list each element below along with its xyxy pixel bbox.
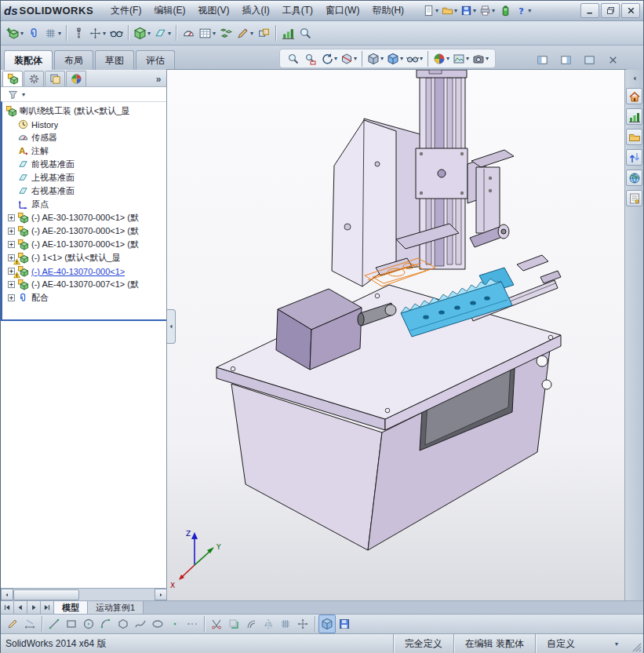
dropdown-arrow-icon[interactable]: ▾ (420, 55, 423, 62)
study-tab-1[interactable]: 运动算例1 (88, 601, 144, 614)
bill-of-materials-button[interactable]: ▾ (197, 24, 217, 42)
expand-icon[interactable]: + (8, 228, 15, 235)
custom-toolbar-select[interactable]: 自定义 ▾ (535, 634, 629, 653)
dropdown-arrow-icon[interactable]: ▾ (486, 55, 489, 62)
tree-item-12[interactable]: +(-) AE-40-13070-000<1> (3, 264, 166, 278)
solidworks-resources-button[interactable] (497, 2, 514, 20)
next-tab-button[interactable] (27, 601, 41, 614)
tree-horizontal-scrollbar[interactable] (1, 588, 167, 600)
dropdown-arrow-icon[interactable]: ▾ (446, 55, 449, 62)
exploded-view-button[interactable] (217, 24, 235, 42)
tree-item-13[interactable]: +(-) AE-40-13070-007<1> (默 (3, 278, 166, 291)
tree-item-7[interactable]: 原点 (3, 198, 166, 211)
reference-geometry-button[interactable]: ▾ (152, 24, 173, 42)
tree-item-11[interactable]: +(-) 1<1> (默认<默认_显 (3, 251, 166, 264)
design-library-tab[interactable] (626, 108, 642, 125)
dropdown-arrow-icon[interactable]: ▾ (435, 7, 438, 14)
spline-button[interactable] (132, 615, 149, 633)
mirror-entities-button[interactable] (260, 615, 277, 633)
smart-fasteners-button[interactable] (70, 24, 87, 42)
tree-item-1[interactable]: History (3, 118, 166, 131)
polygon-button[interactable] (115, 615, 132, 633)
appearances-scenes-tab[interactable] (626, 170, 642, 186)
tree-item-14[interactable]: +配合 (3, 291, 166, 305)
command-tab-0[interactable]: 装配体 (4, 50, 53, 70)
edit-appearance-button[interactable]: ▾ (431, 49, 451, 68)
tree-item-4[interactable]: 前视基准面 (3, 158, 166, 171)
expand-icon[interactable]: + (8, 241, 15, 248)
point-button[interactable] (166, 615, 184, 633)
insert-component-button[interactable]: ▾ (5, 24, 25, 42)
display-manager-tab[interactable] (66, 71, 86, 86)
new-motion-study-button[interactable] (180, 24, 197, 42)
dropdown-arrow-icon[interactable]: ▾ (528, 7, 531, 14)
tree-item-9[interactable]: +(-) AE-20-13070-000<1> (默 (3, 224, 166, 238)
task-pane-expand-button[interactable] (628, 73, 641, 84)
dropdown-arrow-icon[interactable]: ▾ (250, 30, 253, 37)
scroll-right-button[interactable] (155, 589, 167, 600)
restore-button[interactable] (601, 3, 620, 18)
sketch-button[interactable] (4, 615, 21, 633)
print-document-button[interactable]: ▾ (478, 2, 497, 20)
tree-item-2[interactable]: 传感器 (3, 131, 166, 144)
custom-properties-tab[interactable] (626, 190, 642, 206)
menu-item-3[interactable]: 插入(I) (235, 2, 275, 20)
centerline-button[interactable] (184, 615, 201, 633)
panel-collapse-handle[interactable] (167, 309, 176, 344)
study-tab-0[interactable]: 模型 (54, 601, 88, 614)
panel-expand-chevron[interactable]: » (152, 72, 165, 86)
resize-grip[interactable] (629, 634, 643, 653)
show-display-pane-button[interactable] (557, 50, 574, 69)
expand-icon[interactable]: + (8, 214, 15, 221)
dropdown-arrow-icon[interactable]: ▾ (466, 55, 469, 62)
dropdown-arrow-icon[interactable]: ▾ (354, 55, 357, 62)
view-settings-button[interactable]: ▾ (471, 49, 490, 68)
configuration-manager-tab[interactable] (45, 71, 65, 86)
assembly-features-button[interactable]: ▾ (132, 24, 152, 42)
move-entities-button[interactable] (294, 615, 311, 633)
move-component-button[interactable]: ▾ (87, 24, 107, 42)
display-style-button[interactable]: ▾ (385, 49, 405, 68)
instant-3d-button[interactable] (318, 615, 336, 633)
command-tab-2[interactable]: 草图 (95, 50, 134, 70)
filter-button[interactable] (4, 85, 21, 104)
menu-item-4[interactable]: 工具(T) (276, 2, 319, 20)
zoom-to-area-button[interactable] (302, 49, 319, 68)
dropdown-arrow-icon[interactable]: ▾ (492, 7, 495, 14)
view-palette-tab[interactable] (626, 149, 642, 166)
previous-view-button[interactable]: ▾ (319, 49, 339, 68)
tree-item-10[interactable]: +(-) AE-10-13070-000<1> (默 (3, 238, 166, 251)
performance-evaluation-button[interactable] (297, 24, 314, 42)
graphics-viewport[interactable]: Z Y X (167, 70, 626, 600)
dropdown-arrow-icon[interactable]: ▾ (473, 7, 476, 14)
dropdown-arrow-icon[interactable]: ▾ (58, 30, 61, 37)
expand-icon[interactable]: + (8, 281, 15, 288)
menu-item-5[interactable]: 窗口(W) (319, 2, 366, 20)
tree-item-8[interactable]: +(-) AE-30-13070-000<1> (默 (3, 211, 166, 224)
tree-item-3[interactable]: A注解 (3, 144, 166, 158)
last-tab-button[interactable] (41, 601, 54, 614)
explode-line-sketch-button[interactable]: ▾ (235, 24, 255, 42)
dropdown-arrow-icon[interactable]: ▾ (20, 30, 24, 37)
linear-sketch-pattern-button[interactable] (277, 615, 294, 633)
tree-item-5[interactable]: 上视基准面 (3, 171, 166, 184)
previous-tab-button[interactable] (14, 601, 27, 614)
property-manager-tab[interactable] (24, 71, 44, 86)
new-document-button[interactable]: ▾ (421, 2, 440, 20)
convert-entities-button[interactable] (225, 615, 242, 633)
feature-manager-tab[interactable] (2, 71, 23, 86)
command-tab-1[interactable]: 布局 (54, 50, 93, 70)
dropdown-arrow-icon[interactable]: ▾ (168, 30, 171, 37)
command-tab-3[interactable]: 评估 (136, 50, 175, 70)
close-document-button[interactable] (604, 50, 621, 69)
solidworks-resources-tab[interactable] (626, 88, 642, 104)
offset-entities-button[interactable] (242, 615, 260, 633)
scrollbar-thumb[interactable] (13, 589, 79, 600)
mate-button[interactable] (25, 24, 42, 42)
line-button[interactable] (45, 615, 63, 633)
tree-item-0[interactable]: 喇叭绕线工装 (默认<默认_显 (3, 104, 166, 118)
save-document-button[interactable]: ▾ (459, 2, 478, 20)
open-document-button[interactable]: ▾ (440, 2, 459, 20)
interference-detection-button[interactable] (255, 24, 272, 42)
zoom-to-fit-button[interactable] (285, 49, 302, 68)
